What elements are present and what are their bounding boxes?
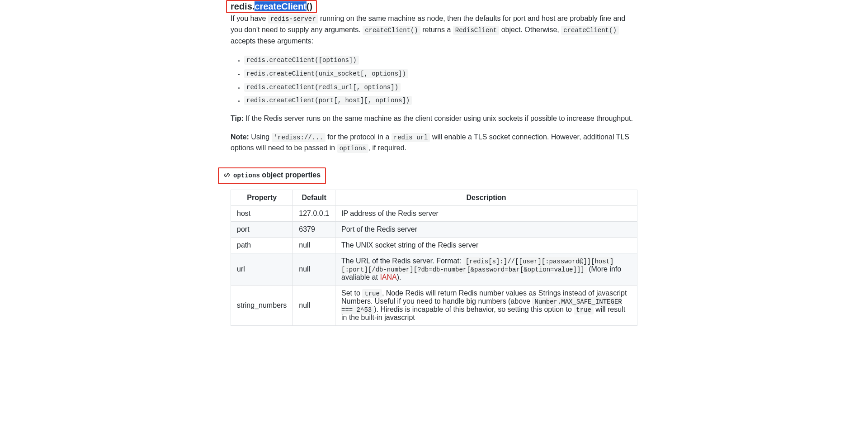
note-t4: , if required. — [368, 144, 406, 152]
code-redis-server: redis-server — [268, 14, 318, 24]
note-t1: Using — [249, 133, 272, 141]
link-icon — [223, 172, 231, 179]
options-heading-code: options — [233, 172, 260, 179]
intro-t5: accepts these arguments: — [231, 37, 313, 45]
intro-t1: If you have — [231, 14, 268, 22]
cell-description: Set to true, Node Redis will return Redi… — [335, 286, 637, 326]
list-item: redis.createClient(unix_socket[, options… — [244, 67, 637, 79]
cell-default: 127.0.0.1 — [293, 206, 335, 222]
cell-description: The URL of the Redis server. Format: [re… — [335, 253, 637, 286]
th-default: Default — [293, 190, 335, 206]
heading-createClient: redis.createClient() — [231, 1, 312, 12]
table-row: string_numbers null Set to true, Node Re… — [231, 286, 637, 326]
table-header-row: Property Default Description — [231, 190, 637, 206]
overload-code: redis.createClient(redis_url[, options]) — [244, 83, 401, 92]
overload-code: redis.createClient([options]) — [244, 56, 359, 65]
cell-property: string_numbers — [231, 286, 293, 326]
annotation-options-heading: options object properties — [218, 167, 326, 184]
code-options: options — [337, 144, 368, 153]
list-item: redis.createClient(port[, host][, option… — [244, 94, 637, 106]
cell-property: path — [231, 238, 293, 253]
list-item: redis.createClient(redis_url[, options]) — [244, 81, 637, 93]
cell-description: The UNIX socket string of the Redis serv… — [335, 238, 637, 253]
table-row: url null The URL of the Redis server. Fo… — [231, 253, 637, 286]
cell-property: port — [231, 222, 293, 238]
options-heading-text: object properties — [260, 171, 321, 179]
cell-default: null — [293, 238, 335, 253]
heading-selected: createClient — [255, 1, 307, 11]
cell-description: Port of the Redis server — [335, 222, 637, 238]
th-description: Description — [335, 190, 637, 206]
overload-code: redis.createClient(unix_socket[, options… — [244, 69, 408, 78]
cell-default: null — [293, 253, 335, 286]
tip-text: If the Redis server runs on the same mac… — [244, 114, 633, 122]
list-item: redis.createClient([options]) — [244, 54, 637, 66]
intro-t4: object. Otherwise, — [499, 26, 561, 33]
sn-t3: ). Hiredis is incapable of this behavior… — [374, 305, 574, 313]
code-rediss: 'rediss://... — [272, 133, 326, 142]
code-createClient2: createClient() — [561, 26, 619, 35]
intro-paragraph: If you have redis-server running on the … — [231, 13, 637, 47]
url-desc-pre: The URL of the Redis server. Format: — [341, 257, 463, 265]
note-t2: for the protocol in a — [326, 133, 392, 141]
note-label: Note: — [231, 133, 249, 141]
iana-link[interactable]: IANA — [380, 273, 396, 281]
doc-page: redis.createClient() If you have redis-s… — [231, 0, 637, 353]
cell-property: host — [231, 206, 293, 222]
code-createClient1: createClient() — [363, 26, 420, 35]
sn-c3: true — [574, 305, 594, 314]
overload-list: redis.createClient([options]) redis.crea… — [231, 54, 637, 105]
cell-property: url — [231, 253, 293, 286]
cell-default: null — [293, 286, 335, 326]
url-desc-post2: ). — [397, 273, 401, 281]
intro-t3: returns a — [420, 26, 453, 33]
overload-code: redis.createClient(port[, host][, option… — [244, 96, 412, 105]
table-row: path null The UNIX socket string of the … — [231, 238, 637, 253]
code-RedisClient: RedisClient — [453, 26, 499, 35]
options-table: Property Default Description host 127.0.… — [231, 190, 637, 326]
note-paragraph: Note: Using 'rediss://... for the protoc… — [231, 132, 637, 154]
code-redis-url: redis_url — [392, 133, 430, 142]
annotation-heading: redis.createClient() — [226, 0, 317, 13]
table-row: port 6379 Port of the Redis server — [231, 222, 637, 238]
heading-prefix: redis. — [231, 1, 255, 11]
sn-t1: Set to — [341, 289, 362, 297]
cell-description: IP address of the Redis server — [335, 206, 637, 222]
options-heading: options object properties — [223, 171, 321, 179]
tip-paragraph: Tip: If the Redis server runs on the sam… — [231, 113, 637, 124]
cell-default: 6379 — [293, 222, 335, 238]
heading-paren: () — [307, 1, 312, 11]
table-row: host 127.0.0.1 IP address of the Redis s… — [231, 206, 637, 222]
th-property: Property — [231, 190, 293, 206]
tip-label: Tip: — [231, 114, 244, 122]
sn-c1: true — [362, 289, 382, 298]
